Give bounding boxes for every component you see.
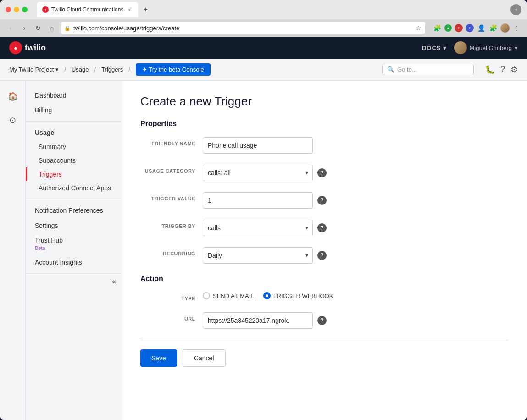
- url-input[interactable]: [203, 312, 313, 329]
- close-window-button[interactable]: [6, 7, 11, 12]
- recurring-group: RECURRING Daily Monthly Yearly Never ▾ ?: [140, 247, 509, 264]
- usage-category-help-icon[interactable]: ?: [317, 168, 327, 177]
- nav-settings[interactable]: Settings: [26, 218, 122, 233]
- help-icon[interactable]: ?: [500, 65, 505, 74]
- type-label: TYPE: [140, 292, 195, 301]
- twilio-logo-text: twilio: [25, 43, 46, 53]
- twilio-logo-icon: ●: [9, 41, 22, 54]
- action-title: Action: [140, 275, 509, 283]
- nav-trust-hub[interactable]: Trust Hub Beta: [26, 233, 122, 255]
- global-search[interactable]: 🔍 Go to...: [382, 64, 474, 75]
- twilio-topnav: ● twilio DOCS ▾ Miguel Grinberg ▾: [0, 37, 527, 59]
- beta-label: Beta: [35, 245, 45, 251]
- friendly-name-input[interactable]: [203, 137, 313, 154]
- beta-console-button[interactable]: ✦ Try the beta Console: [136, 63, 211, 76]
- url-text: twilio.com/console/usage/triggers/create: [73, 25, 413, 32]
- nav-dashboard[interactable]: Dashboard: [26, 88, 122, 103]
- trigger-by-select-wrapper: calls count price ▾: [203, 220, 313, 236]
- type-wrap: SEND A EMAIL TRIGGER WEBHOOK: [203, 292, 509, 299]
- url-wrap: ?: [203, 312, 509, 329]
- tab-favicon: t: [42, 6, 49, 13]
- search-placeholder: Go to...: [397, 66, 417, 73]
- window-menu-icon: ≡: [510, 4, 521, 15]
- recurring-label: RECURRING: [140, 247, 195, 256]
- address-bar: ‹ › ↻ ⌂ 🔒 twilio.com/console/usage/trigg…: [0, 19, 527, 37]
- breadcrumb-usage[interactable]: Usage: [72, 66, 89, 73]
- extensions-icon[interactable]: 🧩: [433, 23, 442, 33]
- usage-category-wrap: calls: all sms: all mms: all ▾ ?: [203, 165, 509, 181]
- lock-icon: 🔒: [64, 25, 71, 31]
- usage-category-group: USAGE CATEGORY calls: all sms: all mms: …: [140, 165, 509, 181]
- back-button[interactable]: ‹: [6, 23, 16, 33]
- more-options-icon[interactable]: ⋮: [512, 23, 521, 33]
- tab-close-button[interactable]: ×: [126, 6, 133, 13]
- user-avatar[interactable]: [500, 23, 510, 33]
- recurring-select[interactable]: Daily Monthly Yearly Never: [203, 247, 313, 264]
- bookmark-icon: ☆: [416, 24, 422, 32]
- breadcrumb-sep-3: /: [128, 66, 130, 73]
- nav-subaccounts[interactable]: Subaccounts: [26, 154, 122, 167]
- trigger-by-wrap: calls count price ▾ ?: [203, 220, 509, 236]
- browser-actions: 🧩 ● 2 2 👤 🧩 ⋮: [433, 23, 521, 33]
- trigger-webhook-radio[interactable]: [263, 292, 271, 299]
- tab-bar: t Twilio Cloud Communications × +: [37, 2, 507, 17]
- reload-button[interactable]: ↻: [33, 23, 43, 33]
- usage-category-label: USAGE CATEGORY: [140, 165, 195, 174]
- send-email-radio[interactable]: [203, 292, 210, 299]
- breadcrumb-sep-1: /: [64, 66, 66, 73]
- nav-notification-preferences[interactable]: Notification Preferences: [26, 203, 122, 218]
- user-menu[interactable]: Miguel Grinberg ▾: [454, 41, 518, 54]
- puzzle-icon[interactable]: 🧩: [488, 23, 498, 33]
- settings-icon[interactable]: ⚙: [510, 65, 518, 75]
- trigger-webhook-option[interactable]: TRIGGER WEBHOOK: [263, 292, 333, 299]
- nav-authorized-connect[interactable]: Authorized Connect Apps: [26, 181, 122, 195]
- cancel-button[interactable]: Cancel: [183, 349, 226, 367]
- topbar-icons: 🐛 ? ⚙: [485, 65, 518, 75]
- url-label: URL: [140, 312, 195, 321]
- trigger-value-help-icon[interactable]: ?: [317, 196, 327, 205]
- recurring-wrap: Daily Monthly Yearly Never ▾ ?: [203, 247, 509, 264]
- home-icon[interactable]: 🏠: [5, 88, 21, 105]
- nav-billing[interactable]: Billing: [26, 103, 122, 117]
- profile-icon[interactable]: 👤: [477, 23, 486, 33]
- nav-account-insights[interactable]: Account Insights: [26, 255, 122, 270]
- url-help-icon[interactable]: ?: [317, 316, 327, 325]
- sidebar-icons: 🏠 ⊙: [0, 81, 26, 420]
- breadcrumb-triggers[interactable]: Triggers: [101, 66, 123, 73]
- ext-badge-1: 2: [455, 24, 463, 32]
- trigger-by-group: TRIGGER BY calls count price ▾ ?: [140, 220, 509, 236]
- home-button[interactable]: ⌂: [47, 23, 57, 33]
- trigger-value-wrap: ?: [203, 192, 509, 209]
- new-tab-button[interactable]: +: [140, 4, 151, 15]
- trigger-by-select[interactable]: calls count price: [203, 220, 313, 236]
- recurring-help-icon[interactable]: ?: [317, 251, 327, 260]
- search-icon: 🔍: [387, 66, 394, 73]
- tab-title: Twilio Cloud Communications: [51, 6, 123, 13]
- menu-icon[interactable]: ⊙: [5, 112, 21, 128]
- title-bar: t Twilio Cloud Communications × + ≡: [0, 0, 527, 19]
- recurring-select-wrapper: Daily Monthly Yearly Never ▾: [203, 247, 313, 264]
- trigger-value-input[interactable]: [203, 192, 313, 209]
- bug-icon[interactable]: 🐛: [485, 65, 495, 75]
- twilio-logo[interactable]: ● twilio: [9, 41, 46, 54]
- send-email-option[interactable]: SEND A EMAIL: [203, 292, 254, 299]
- collapse-button[interactable]: «: [26, 273, 122, 289]
- url-group: URL ?: [140, 312, 509, 329]
- active-tab[interactable]: t Twilio Cloud Communications ×: [37, 2, 138, 17]
- trigger-by-label: TRIGGER BY: [140, 220, 195, 229]
- friendly-name-wrap: [203, 137, 509, 154]
- trigger-by-help-icon[interactable]: ?: [317, 223, 327, 232]
- docs-button[interactable]: DOCS ▾: [422, 44, 447, 51]
- usage-category-select[interactable]: calls: all sms: all mms: all: [203, 165, 313, 181]
- nav-triggers[interactable]: Triggers: [26, 167, 122, 181]
- maximize-window-button[interactable]: [22, 7, 28, 12]
- window-menu: ≡: [510, 4, 521, 15]
- content-area: Create a new Trigger Properties FRIENDLY…: [122, 81, 527, 420]
- address-field[interactable]: 🔒 twilio.com/console/usage/triggers/crea…: [61, 22, 425, 34]
- project-selector[interactable]: My Twilio Project ▾: [9, 66, 59, 73]
- nav-summary[interactable]: Summary: [26, 140, 122, 154]
- minimize-window-button[interactable]: [14, 7, 19, 12]
- breadcrumb-bar: My Twilio Project ▾ / Usage / Triggers /…: [0, 59, 527, 81]
- forward-button[interactable]: ›: [19, 23, 29, 33]
- save-button[interactable]: Save: [140, 349, 177, 367]
